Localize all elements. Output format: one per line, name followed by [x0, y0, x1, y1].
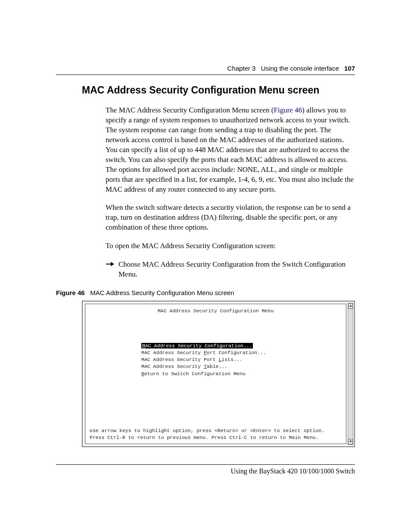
- figure-reference-link[interactable]: Figure 46: [274, 106, 302, 114]
- terminal-screenshot: MAC Address Security Configuration Menu …: [82, 301, 355, 447]
- svg-marker-1: [111, 262, 114, 266]
- arrow-right-icon: [106, 261, 114, 267]
- running-header: Chapter 3 Using the console interface 10…: [56, 65, 355, 72]
- terminal-menu-item: MAC Address Security Configuration...: [141, 342, 342, 349]
- step-text: Choose MAC Address Security Configuratio…: [118, 260, 355, 280]
- page-number: 107: [344, 65, 355, 72]
- terminal-menu: MAC Address Security Configuration...MAC…: [141, 342, 342, 377]
- paragraph-1: The MAC Address Security Configuration M…: [106, 106, 355, 194]
- figure-title: MAC Address Security Configuration Menu …: [90, 289, 234, 296]
- para1-tail: ) allows you to specify a range of syste…: [106, 106, 354, 193]
- para1-lead: The MAC Address Security Configuration M…: [106, 106, 274, 114]
- chapter-label: Chapter 3: [227, 65, 255, 72]
- terminal-menu-item: MAC Address Security Port Lists...: [141, 356, 342, 363]
- scroll-down-icon[interactable]: ▾: [348, 439, 353, 445]
- terminal-help-line-2: Press Ctrl-R to return to previous menu.…: [90, 434, 342, 441]
- running-footer: Using the BayStack 420 10/100/1000 Switc…: [56, 467, 355, 475]
- page-title: MAC Address Security Configuration Menu …: [82, 84, 355, 96]
- figure-label: Figure 46: [56, 289, 85, 296]
- terminal-menu-item: Return to Switch Configuration Menu: [141, 370, 342, 377]
- terminal-title: MAC Address Security Configuration Menu: [90, 308, 342, 314]
- terminal-menu-item: MAC Address Security Port Configuration.…: [141, 349, 342, 356]
- header-rule: [56, 75, 355, 75]
- paragraph-2: When the switch software detects a secur…: [106, 203, 355, 233]
- document-page: Chapter 3 Using the console interface 10…: [0, 0, 411, 532]
- scroll-up-icon[interactable]: ▴: [348, 303, 353, 309]
- terminal-inner: MAC Address Security Configuration Menu …: [85, 304, 346, 444]
- terminal-menu-item: MAC Address Security Table...: [141, 363, 342, 370]
- scrollbar[interactable]: ▴ ▾: [348, 303, 353, 445]
- terminal-help-line-1: Use arrow keys to highlight option, pres…: [90, 427, 342, 434]
- terminal-help: Use arrow keys to highlight option, pres…: [90, 427, 342, 441]
- section-label: Using the console interface: [261, 65, 339, 72]
- footer-rule: [56, 464, 355, 465]
- paragraph-3: To open the MAC Address Security Configu…: [106, 241, 355, 251]
- figure-caption: Figure 46 MAC Address Security Configura…: [56, 289, 355, 296]
- procedure-step: Choose MAC Address Security Configuratio…: [106, 260, 355, 280]
